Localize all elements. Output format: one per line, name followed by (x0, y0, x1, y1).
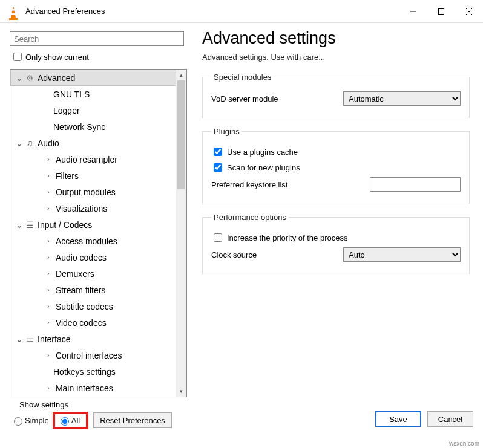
tree-item-audio-resampler[interactable]: › Audio resampler (10, 151, 177, 167)
tree-item-demuxers[interactable]: › Demuxers (10, 265, 177, 282)
tree-group-advanced[interactable]: ⌄ ⚙ Advanced (10, 70, 177, 86)
chevron-right-icon: › (44, 238, 53, 244)
keystore-input[interactable] (370, 177, 461, 192)
chevron-right-icon: › (44, 270, 53, 277)
minimize-button[interactable] (399, 0, 427, 23)
scroll-up-arrow[interactable]: ▴ (176, 70, 186, 80)
tree-item-stream-filters[interactable]: › Stream filters (10, 282, 177, 298)
tree-item-logger[interactable]: Logger (10, 102, 177, 118)
chevron-right-icon: › (44, 303, 53, 310)
tree-item-video-codecs[interactable]: › Video codecs (10, 314, 177, 331)
footer: Show settings Simple All Reset Preferenc… (0, 399, 483, 433)
tree-item-gnu-tls[interactable]: GNU TLS (10, 86, 177, 102)
settings-panel: Advanced settings Advanced settings. Use… (190, 23, 483, 399)
scroll-down-arrow[interactable]: ▾ (176, 386, 186, 397)
tree-item-subtitle-codecs[interactable]: › Subtitle codecs (10, 298, 177, 314)
chevron-right-icon: › (44, 254, 53, 261)
scroll-thumb[interactable] (177, 80, 185, 189)
show-settings-label: Show settings (19, 400, 68, 409)
vod-server-select[interactable]: Automatic (343, 91, 461, 106)
performance-legend: Performance options (211, 213, 289, 222)
chevron-right-icon: › (44, 287, 53, 293)
tree-group-interface[interactable]: ⌄ ▭ Interface (10, 331, 177, 347)
watermark: wsxdn.com (449, 440, 479, 447)
show-settings-simple-radio[interactable]: Simple (11, 415, 49, 426)
page-heading: Advanced settings (202, 29, 470, 48)
music-note-icon: ♫ (24, 138, 35, 148)
chevron-right-icon: › (44, 385, 53, 391)
svg-rect-3 (9, 18, 18, 20)
window-title: Advanced Preferences (25, 7, 399, 16)
chevron-right-icon: › (44, 172, 53, 179)
vod-server-label: VoD server module (211, 94, 343, 103)
svg-rect-2 (12, 13, 16, 15)
highlight-all-radio: All (53, 412, 88, 429)
svg-rect-1 (12, 9, 15, 11)
cancel-button[interactable]: Cancel (427, 411, 473, 427)
search-input[interactable] (10, 31, 184, 46)
close-button[interactable] (455, 0, 483, 23)
title-bar: Advanced Preferences (0, 0, 483, 23)
increase-priority-checkbox[interactable]: Increase the priority of the process (211, 232, 461, 244)
window-icon: ▭ (24, 334, 35, 344)
tree-label: Interface (38, 334, 70, 344)
maximize-button[interactable] (427, 0, 455, 23)
only-show-current-label: Only show current (25, 53, 89, 62)
chevron-right-icon: › (44, 189, 53, 195)
tree-scrollbar[interactable]: ▴ ▾ (176, 70, 186, 397)
tree-item-access-modules[interactable]: › Access modules (10, 233, 177, 249)
chevron-right-icon: › (44, 156, 53, 163)
clock-source-label: Clock source (211, 250, 343, 259)
tree-item-audio-codecs[interactable]: › Audio codecs (10, 249, 177, 265)
tree-label: Advanced (38, 73, 75, 83)
tree-group-audio[interactable]: ⌄ ♫ Audio (10, 135, 177, 151)
svg-rect-5 (439, 8, 444, 14)
chevron-down-icon: ⌄ (15, 334, 24, 344)
only-show-current-checkbox[interactable]: Only show current (11, 51, 190, 63)
equalizer-icon: ☰ (24, 220, 35, 230)
svg-marker-0 (11, 7, 16, 19)
special-modules-group: Special modules VoD server module Automa… (202, 73, 470, 118)
plugins-legend: Plugins (211, 127, 242, 136)
plugins-group: Plugins Use a plugins cache Scan for new… (202, 127, 470, 204)
scan-new-plugins-checkbox[interactable]: Scan for new plugins (211, 161, 461, 174)
tree-item-main-interfaces[interactable]: › Main interfaces (10, 380, 177, 396)
tree-item-network-sync[interactable]: Network Sync (10, 118, 177, 135)
page-subtitle: Advanced settings. Use with care... (202, 53, 470, 62)
tree-item-hotkeys-settings[interactable]: Hotkeys settings (10, 363, 177, 380)
performance-group: Performance options Increase the priorit… (202, 213, 470, 274)
reset-preferences-button[interactable]: Reset Preferences (93, 412, 172, 428)
tree-group-input-codecs[interactable]: ⌄ ☰ Input / Codecs (10, 216, 177, 233)
chevron-right-icon: › (44, 352, 53, 359)
clock-source-select[interactable]: Auto (343, 247, 461, 262)
vlc-cone-icon (7, 5, 19, 18)
chevron-right-icon: › (44, 319, 53, 326)
only-show-current-box[interactable] (13, 53, 22, 61)
keystore-label: Preferred keystore list (211, 180, 343, 189)
chevron-down-icon: ⌄ (15, 220, 24, 230)
chevron-down-icon: ⌄ (15, 138, 24, 148)
tree-label: Input / Codecs (38, 220, 92, 230)
use-plugins-cache-checkbox[interactable]: Use a plugins cache (211, 146, 461, 158)
tree-item-visualizations[interactable]: › Visualizations (10, 200, 177, 216)
tree-item-filters[interactable]: › Filters (10, 167, 177, 184)
chevron-right-icon: › (44, 205, 53, 212)
save-button[interactable]: Save (375, 411, 421, 427)
sidebar: Only show current ⌄ ⚙ Advanced GNU TLS L… (0, 23, 190, 399)
special-modules-legend: Special modules (211, 73, 274, 82)
gear-icon: ⚙ (24, 73, 35, 83)
chevron-down-icon: ⌄ (15, 73, 24, 83)
show-settings-all-radio[interactable]: All (58, 415, 80, 426)
tree-item-output-modules[interactable]: › Output modules (10, 184, 177, 200)
tree-item-control-interfaces[interactable]: › Control interfaces (10, 347, 177, 363)
tree-label: Audio (38, 138, 59, 148)
settings-tree: ⌄ ⚙ Advanced GNU TLS Logger Network Sync… (10, 69, 187, 397)
